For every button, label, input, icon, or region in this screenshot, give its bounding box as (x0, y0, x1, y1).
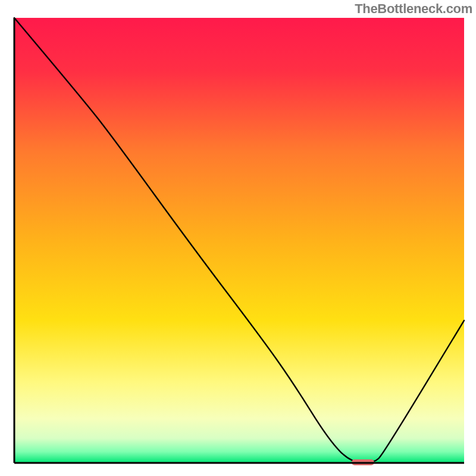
chart-container: TheBottleneck.com (0, 0, 476, 476)
bottleneck-chart (0, 0, 476, 476)
watermark-text: TheBottleneck.com (355, 1, 472, 17)
svg-rect-0 (14, 18, 464, 463)
